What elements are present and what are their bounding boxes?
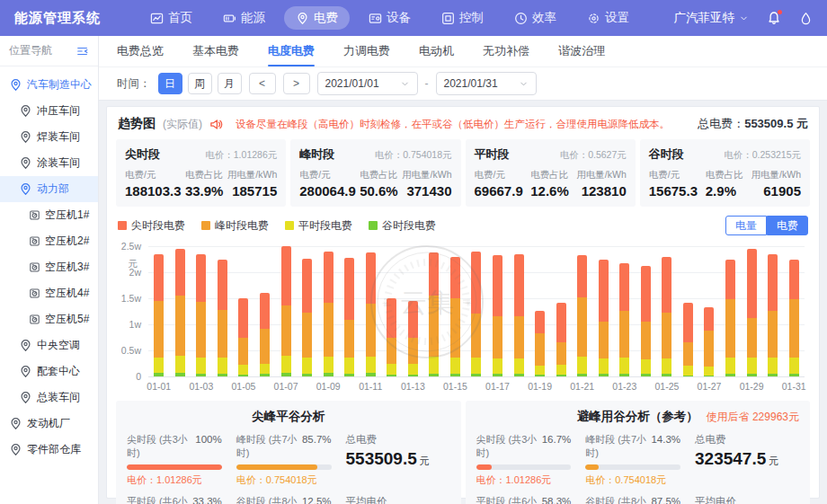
x-tick-label: 01-11 [359, 381, 382, 392]
topnav-item-能源[interactable]: 能源 [211, 6, 277, 30]
bar-segment [514, 254, 524, 316]
bar-slot-01-17: 01-17 [487, 246, 509, 376]
x-tick-label: 01-23 [612, 381, 636, 392]
sidebar-item-空压机5#[interactable]: 空压机5# [0, 306, 98, 332]
tab-谐波治理[interactable]: 谐波治理 [558, 36, 605, 66]
bar-01-06 [260, 293, 270, 376]
top-nav-menu: 首页能源电费设备控制效率设置 [138, 6, 641, 30]
legend-item-平时段电费[interactable]: 平时段电费 [285, 218, 352, 234]
sidebar-item-空压机4#[interactable]: 空压机4# [0, 280, 98, 306]
chevron-down-icon [739, 13, 749, 23]
sidebar-item-配套中心[interactable]: 配套中心 [0, 358, 98, 385]
bar-segment [218, 374, 227, 377]
topnav-item-效率[interactable]: 效率 [502, 6, 568, 30]
topnav-item-电费[interactable]: 电费 [284, 6, 350, 30]
legend-item-尖时段电费[interactable]: 尖时段电费 [118, 218, 185, 234]
period-cards-row: 尖时段电价：1.01286元电费/元188103.3电费占比33.9%用电量/k… [116, 139, 810, 207]
topnav-item-设置[interactable]: 设置 [575, 6, 641, 30]
sidebar-item-label: 发动机厂 [27, 416, 70, 431]
device-icon [369, 12, 382, 25]
time-mode-周[interactable]: 周 [188, 73, 212, 94]
start-date-input[interactable]: 2021/01/01 [317, 72, 418, 95]
bar-segment [260, 374, 270, 376]
topnav-item-设备[interactable]: 设备 [357, 6, 422, 30]
sidebar-item-label: 总装车间 [37, 390, 80, 405]
time-mode-日[interactable]: 日 [158, 73, 182, 94]
sidebar-item-冲压车间[interactable]: 冲压车间 [0, 98, 98, 124]
legend-swatch [201, 221, 210, 230]
x-tick-label: 01-15 [443, 381, 467, 392]
end-date-input[interactable]: 2021/01/31 [436, 72, 537, 95]
bar-segment [514, 374, 524, 377]
bar-01-02 [175, 249, 185, 376]
stat-value: 188103.3 [125, 183, 182, 199]
period-stat-energy: 用电量/kWh185715 [227, 169, 277, 199]
period-row-percent: 12.5% [302, 496, 332, 504]
legend-item-谷时段电费[interactable]: 谷时段电费 [369, 218, 436, 234]
pin-icon [19, 339, 32, 352]
tab-基本电费[interactable]: 基本电费 [192, 36, 239, 66]
org-selector[interactable]: 广汽菲亚特 [674, 10, 750, 26]
toggle-电费[interactable]: 电费 [767, 216, 808, 235]
bar-01-09 [324, 252, 333, 376]
sidebar-item-涂装车间[interactable]: 涂装车间 [0, 150, 98, 176]
bar-01-04 [218, 260, 227, 376]
sidebar-item-空压机1#[interactable]: 空压机1# [0, 202, 98, 228]
bar-01-25 [662, 257, 671, 376]
sidebar-item-发动机厂[interactable]: 发动机厂 [0, 411, 98, 437]
period-name: 谷时段 [649, 146, 684, 163]
topnav-item-首页[interactable]: 首页 [138, 6, 204, 30]
period-row-header: 平时段 (共6小时)33.3% [127, 495, 222, 504]
sidebar-item-空压机2#[interactable]: 空压机2# [0, 228, 98, 254]
bar-segment [196, 254, 206, 302]
next-period-button[interactable]: > [283, 73, 310, 94]
topnav-item-控制[interactable]: 控制 [430, 6, 495, 30]
tab-无功补偿[interactable]: 无功补偿 [483, 36, 529, 66]
sidebar-item-label: 动力部 [37, 181, 69, 197]
period-price: 电价：1.01286元 [205, 149, 277, 162]
period-stat-ratio: 电费占比2.9% [706, 169, 743, 199]
trend-panel: 趋势图 (实际值) 设备尽量在峰段（高电价）时刻检修，在平或谷（低电价）生产运行… [106, 106, 820, 499]
bar-01-14 [429, 252, 439, 376]
toggle-电量[interactable]: 电量 [725, 216, 767, 235]
tab-电度电费[interactable]: 电度电费 [268, 36, 315, 66]
period-card-top: 峰时段电价：0.754018元 [299, 146, 451, 163]
sidebar-collapse-icon[interactable] [76, 45, 89, 57]
bar-segment [747, 358, 757, 374]
sidebar-item-label: 涂装车间 [37, 155, 80, 171]
tab-力调电费[interactable]: 力调电费 [343, 36, 390, 66]
notification-bell-button[interactable] [767, 11, 781, 25]
bar-segment [260, 293, 270, 329]
bar-01-28 [725, 260, 735, 376]
sidebar-item-中央空调[interactable]: 中央空调 [0, 332, 98, 358]
bar-segment [196, 358, 206, 373]
y-tick-label: 1.5w [121, 293, 141, 304]
water-drop-button[interactable] [799, 12, 813, 25]
bar-segment [281, 305, 291, 356]
sidebar-item-动力部[interactable]: 动力部 [0, 176, 98, 202]
total-label: 平均电价 [346, 495, 450, 504]
prev-period-button[interactable]: < [249, 73, 276, 94]
bar-segment [683, 342, 693, 367]
sidebar-item-汽车制造中心[interactable]: 汽车制造中心 [0, 72, 98, 98]
gear-icon [587, 12, 600, 25]
legend-item-峰时段电费[interactable]: 峰时段电费 [201, 218, 269, 234]
stat-value: 371430 [402, 183, 451, 199]
bar-01-12 [387, 298, 396, 376]
bar-segment [408, 364, 418, 375]
analysis-total-总电费: 总电费323547.5元 [695, 433, 799, 487]
sidebar-item-焊装车间[interactable]: 焊装车间 [0, 124, 98, 150]
topbar-right: 广汽菲亚特 [674, 10, 814, 26]
bar-segment [429, 357, 439, 374]
pin-icon [296, 12, 309, 25]
time-mode-月[interactable]: 月 [218, 73, 242, 94]
sidebar-item-空压机3#[interactable]: 空压机3# [0, 254, 98, 280]
tab-电费总览[interactable]: 电费总览 [117, 36, 164, 66]
bar-segment [619, 311, 629, 358]
legend-label: 谷时段电费 [382, 218, 436, 234]
period-row-percent: 58.3% [542, 496, 572, 504]
sidebar-item-零件部仓库[interactable]: 零件部仓库 [0, 437, 98, 463]
sidebar-item-总装车间[interactable]: 总装车间 [0, 385, 98, 411]
tab-电动机[interactable]: 电动机 [419, 36, 454, 66]
total-value: 553509.5元 [346, 449, 450, 469]
